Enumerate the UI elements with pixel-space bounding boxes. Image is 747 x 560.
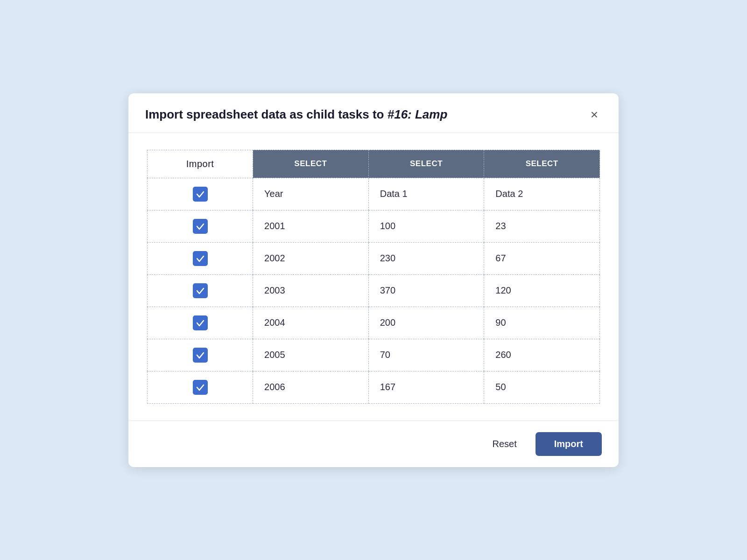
row-2-checkbox-cell	[148, 274, 253, 307]
row-5-checkbox[interactable]	[193, 380, 208, 395]
row-4-checkbox-cell	[148, 339, 253, 371]
header-checkbox[interactable]	[193, 187, 208, 202]
title-task: #16: Lamp	[388, 107, 448, 121]
reset-button[interactable]: Reset	[483, 433, 526, 455]
modal-dialog: Import spreadsheet data as child tasks t…	[128, 93, 619, 467]
row-5-checkbox-cell	[148, 371, 253, 403]
row-4-col1-cell: 2005	[253, 339, 369, 371]
row-0-col3-cell: 23	[484, 210, 600, 242]
col2-select-header[interactable]: SELECT	[368, 150, 484, 178]
row-4-checkbox[interactable]	[193, 348, 208, 363]
table-row: 200223067	[148, 242, 600, 274]
table-row: 200570260	[148, 339, 600, 371]
row-1-col2-cell: 230	[368, 242, 484, 274]
col-import-header: Import	[148, 150, 253, 178]
row-0-checkbox[interactable]	[193, 219, 208, 234]
modal-overlay: Import spreadsheet data as child tasks t…	[0, 0, 747, 560]
row-2-checkbox[interactable]	[193, 283, 208, 298]
table-row: 200616750	[148, 371, 600, 403]
import-button[interactable]: Import	[536, 432, 602, 456]
import-table: Import SELECT SELECT SELECT	[147, 150, 600, 404]
modal-footer: Reset Import	[128, 420, 619, 467]
row-3-col1-cell: 2004	[253, 307, 369, 339]
row-0-checkbox-cell	[148, 210, 253, 242]
table-row: 200420090	[148, 307, 600, 339]
header-col3-cell: Data 2	[484, 178, 600, 210]
modal-title: Import spreadsheet data as child tasks t…	[145, 107, 447, 122]
modal-body: Import SELECT SELECT SELECT	[128, 133, 619, 420]
table-data-header-row: Year Data 1 Data 2	[148, 178, 600, 210]
modal-header: Import spreadsheet data as child tasks t…	[128, 93, 619, 133]
row-5-col1-cell: 2006	[253, 371, 369, 403]
table-row: 200110023	[148, 210, 600, 242]
row-5-col3-cell: 50	[484, 371, 600, 403]
col1-select-header[interactable]: SELECT	[253, 150, 369, 178]
title-prefix: Import spreadsheet data as child tasks t…	[145, 107, 388, 121]
row-5-col2-cell: 167	[368, 371, 484, 403]
row-3-col2-cell: 200	[368, 307, 484, 339]
row-2-col2-cell: 370	[368, 274, 484, 307]
row-3-checkbox-cell	[148, 307, 253, 339]
table-header-row: Import SELECT SELECT SELECT	[148, 150, 600, 178]
row-1-checkbox[interactable]	[193, 251, 208, 266]
row-0-col2-cell: 100	[368, 210, 484, 242]
close-button[interactable]: ×	[587, 106, 602, 123]
row-4-col3-cell: 260	[484, 339, 600, 371]
row-1-col3-cell: 67	[484, 242, 600, 274]
header-col1-cell: Year	[253, 178, 369, 210]
row-4-col2-cell: 70	[368, 339, 484, 371]
header-col2-cell: Data 1	[368, 178, 484, 210]
row-0-col1-cell: 2001	[253, 210, 369, 242]
row-2-col3-cell: 120	[484, 274, 600, 307]
table-row: 2003370120	[148, 274, 600, 307]
col3-select-header[interactable]: SELECT	[484, 150, 600, 178]
row-2-col1-cell: 2003	[253, 274, 369, 307]
row-3-checkbox[interactable]	[193, 315, 208, 330]
row-1-checkbox-cell	[148, 242, 253, 274]
header-checkbox-cell	[148, 178, 253, 210]
row-1-col1-cell: 2002	[253, 242, 369, 274]
row-3-col3-cell: 90	[484, 307, 600, 339]
